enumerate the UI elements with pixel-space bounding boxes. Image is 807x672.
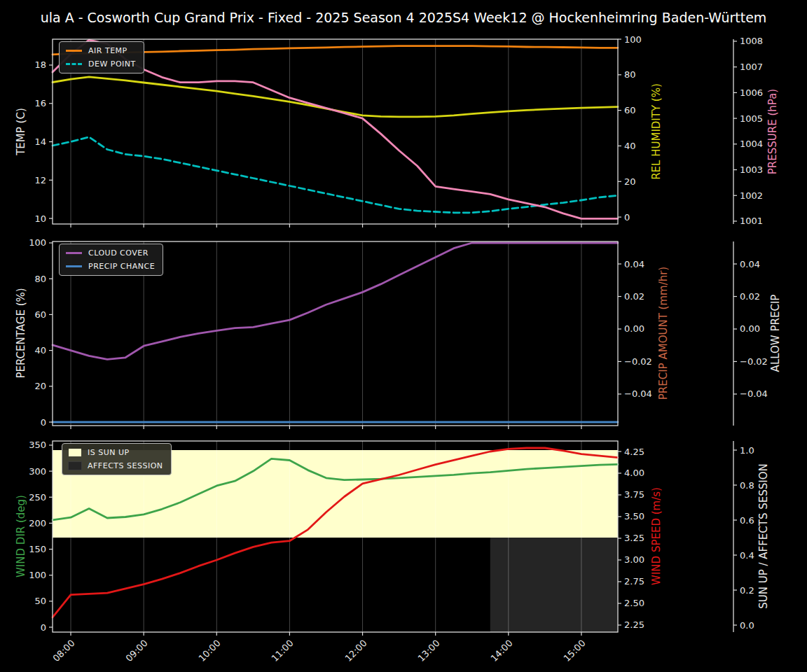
tick-label: 3.75 [624,489,644,500]
dew-point-line-swatch [66,63,82,65]
pressure-axis-title: PRESSURE (hPa) [766,89,779,174]
x-tick-label: 15:00 [542,638,588,672]
tick-label: 350 [29,440,46,450]
tick-label: 50 [34,596,46,606]
allow-precip-axis-title: ALLOW PRECIP [769,295,782,372]
temp-chart-legend: AIR TEMP DEW POINT [59,41,144,74]
sun-up-axis-title: SUN UP / AFFECTS SESSION [757,463,770,609]
x-tick-label: 14:00 [469,638,515,672]
wind-chart-legend: IS SUN UP AFFECTS SESSION [62,443,172,475]
tick-label: 0.6 [740,515,754,526]
tick-label: 3.50 [624,511,644,522]
legend-label: IS SUN UP [88,448,130,457]
x-tick-label: 11:00 [249,638,296,672]
precip-amount-axis-title: PRECIP AMOUNT (mm/hr) [657,267,670,400]
tick-label: 150 [29,544,46,554]
cloud-chart-legend: CLOUD COVER PRECIP CHANCE [59,244,163,276]
x-tick-label: 08:00 [31,638,77,672]
x-tick-label: 13:00 [396,638,442,672]
weather-forecast-figure: ula A - Cosworth Cup Grand Prix - Fixed … [0,0,807,672]
legend-item: DEW POINT [66,59,136,69]
band-affects-session [490,538,618,632]
x-tick-label: 12:00 [322,638,368,672]
tick-label: 0.8 [740,480,754,491]
legend-item: PRECIP CHANCE [66,262,155,271]
temp-axis-title: TEMP (C) [15,108,27,155]
tick-label: 3.00 [624,554,644,565]
legend-item: AIR TEMP [66,46,136,55]
tick-label: 4.25 [624,447,644,457]
legend-label: PRECIP CHANCE [88,262,155,271]
legend-item: AFFECTS SESSION [69,461,163,470]
tick-label: 2.75 [624,576,644,587]
tick-label: 0.4 [740,550,754,561]
humidity-axis-title: REL HUMIDITY (%) [650,83,663,180]
tick-label: 4.00 [624,468,644,478]
tick-label: 2.25 [624,620,644,630]
wind-dir-axis-title: WIND DIR (deg) [15,495,27,578]
tick-label: 300 [29,466,46,477]
tick-label: 0.2 [740,585,754,596]
x-tick-label: 10:00 [177,638,223,672]
cloud-cover-line-swatch [66,252,82,254]
tick-label: 1.0 [740,445,754,456]
precip-chance-line-swatch [66,265,82,267]
legend-item: IS SUN UP [69,448,163,457]
tick-label: 200 [29,518,46,528]
air-temp-line-swatch [66,50,82,52]
x-tick-label: 09:00 [104,638,150,672]
legend-label: DEW POINT [88,59,136,69]
legend-item: CLOUD COVER [66,248,155,258]
legend-label: AFFECTS SESSION [88,461,163,470]
tick-label: 0 [41,622,46,633]
legend-label: CLOUD COVER [88,248,149,258]
sun-up-patch-swatch [69,449,81,456]
tick-label: 2.50 [624,598,644,608]
tick-label: 3.25 [624,533,644,543]
percentage-axis-title: PERCENTAGE (%) [15,288,27,378]
wind-speed-axis-title: WIND SPEED (m/s) [650,487,663,585]
tick-label: 100 [29,570,46,580]
tick-label: 0.0 [740,620,754,631]
affects-session-patch-swatch [69,462,81,470]
legend-label: AIR TEMP [88,46,127,55]
wind-sun-chart: 0501001502002503003502.252.502.753.003.2… [0,0,807,642]
tick-label: 250 [29,492,46,503]
